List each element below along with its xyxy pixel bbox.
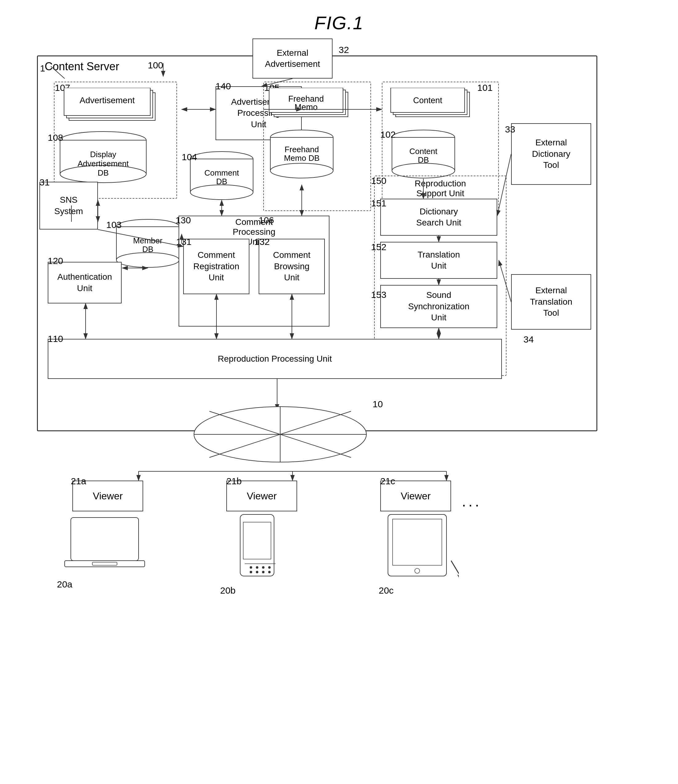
sns-system: SNS System [39,182,98,229]
display-advertisement-db: Display Advertisement DB [57,131,149,183]
ref-108: 108 [48,132,63,143]
ref-103: 103 [106,220,121,230]
ref-20c: 20c [379,585,393,596]
ref-31: 31 [39,177,50,188]
ref-20a: 20a [57,579,72,590]
svg-point-94 [256,566,258,569]
ref-10: 10 [373,399,383,409]
advertisement-stacked-icon: Advertisement [62,88,166,128]
svg-text:Display: Display [90,150,116,159]
svg-text:Freehand: Freehand [288,94,324,103]
ref-151: 151 [371,198,386,209]
svg-text:Member: Member [133,236,163,245]
ref-100: 100 [148,60,163,70]
ref-104: 104 [182,152,197,162]
svg-rect-101 [388,514,446,576]
svg-text:Advertisement: Advertisement [80,95,135,105]
svg-point-93 [250,566,252,569]
comment-registration-unit: Comment Registration Unit [183,239,249,294]
authentication-unit: Authentication Unit [48,262,121,304]
ref-152: 152 [371,242,386,252]
svg-rect-87 [71,517,138,561]
svg-text:Advertisement: Advertisement [78,159,129,168]
network-cloud [191,404,370,465]
svg-text:Memo: Memo [294,103,317,112]
comment-db: Comment DB [188,151,255,200]
svg-point-98 [256,571,258,573]
svg-text:Memo DB: Memo DB [284,153,320,163]
translation-unit: Translation Unit [380,242,497,279]
ref-33: 33 [505,124,515,135]
reproduction-processing-unit: Reproduction Processing Unit [48,339,502,379]
svg-point-99 [262,571,264,573]
ref-20b: 20b [220,585,236,596]
svg-point-28 [271,163,333,178]
ref-132: 132 [254,237,270,247]
svg-line-104 [451,561,459,576]
ref-21a: 21a [71,476,86,486]
comment-browsing-unit: Comment Browsing Unit [259,239,325,294]
ref-120: 120 [48,256,63,266]
external-advertisement-box: External Advertisement [252,39,333,79]
svg-point-46 [117,253,179,267]
svg-text:DB: DB [216,177,227,186]
ref-106: 106 [259,215,274,226]
figure-title: FIG.1 [314,12,364,34]
content-server-label: Content Server [45,60,119,73]
laptop-icon [59,511,157,579]
svg-text:DB: DB [142,245,153,254]
content-db: Content DB [389,129,457,179]
svg-text:Comment: Comment [204,168,239,178]
svg-point-95 [262,566,264,569]
svg-marker-105 [457,575,459,578]
svg-point-97 [250,571,252,573]
ref-131: 131 [176,237,191,247]
reproduction-support-unit-label: Reproduction Support Unit [379,179,502,198]
tablet-icon [379,511,459,582]
ref-130: 130 [176,215,191,226]
svg-text:Content: Content [409,147,437,156]
ref-140: 140 [216,81,231,92]
ref-34: 34 [523,334,533,345]
content-stacked-icon: Content [389,88,482,125]
svg-point-16 [190,185,253,200]
ref-21c: 21c [380,476,395,486]
ref-153: 153 [371,290,386,300]
freehand-memo-db: Freehand Memo DB [268,129,336,179]
ellipsis-dots: ... [462,493,482,510]
ref-32: 32 [339,45,349,55]
svg-point-100 [268,571,271,573]
external-translation-tool: External Translation Tool [511,274,591,330]
svg-text:DB: DB [98,168,109,178]
network-to-viewers-arrows [62,459,523,484]
external-dictionary-tool: External Dictionary Tool [511,123,591,185]
sound-synchronization-unit: Sound Synchronization Unit [380,285,497,328]
phone-icon [222,511,289,585]
diagram: FIG.1 1 Content Server 100 External Adve… [0,0,678,784]
ref-21b: 21b [226,476,242,486]
dictionary-search-unit: Dictionary Search Unit [380,199,497,236]
freehand-memo-stacked-icon: Freehand Memo [268,88,360,125]
ref-110: 110 [48,334,63,344]
ref-102: 102 [380,129,396,140]
svg-point-96 [268,566,271,569]
svg-rect-88 [65,561,145,567]
svg-text:Freehand: Freehand [285,145,319,154]
svg-text:DB: DB [418,155,429,165]
member-db: Member DB [114,219,182,268]
svg-text:Content: Content [413,96,442,105]
